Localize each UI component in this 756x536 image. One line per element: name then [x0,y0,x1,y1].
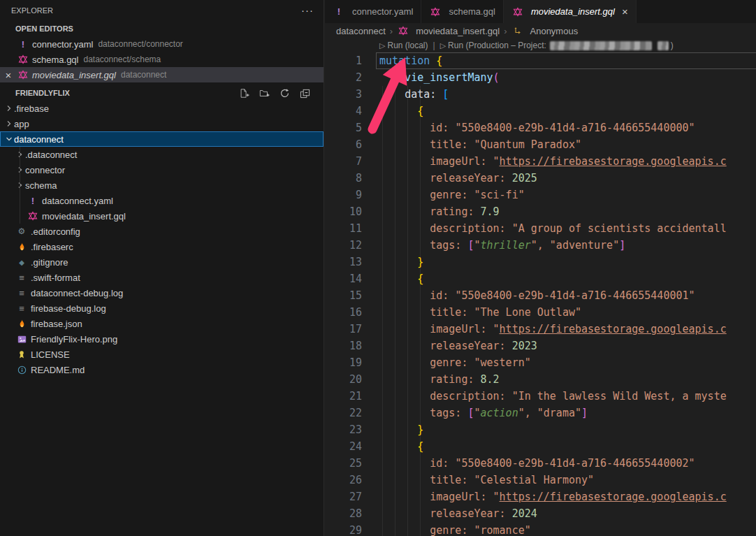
code-line[interactable]: 16 title: "The Lone Outlaw" [325,304,756,321]
open-editor-item[interactable]: ×moviedata_insert.gqldataconnect [0,67,324,82]
code-area[interactable]: 1mutation {2 movie_insertMany(3 data: [4… [325,52,756,536]
code-line[interactable]: 28 releaseYear: 2024 [325,505,756,522]
code-token [506,390,512,403]
info-glyph [21,368,22,368]
code-line[interactable]: 11 description: "A group of scientists a… [325,220,756,237]
code-line[interactable]: 8 releaseYear: 2025 [325,170,756,187]
tree-item-label: dataconnect.yaml [42,196,113,206]
code-line[interactable]: 5 id: "550e8400-e29b-41d4-a716-446655440… [325,119,756,136]
code-line[interactable]: 2 movie_insertMany( [325,69,756,86]
code-token [379,155,430,168]
code-token: "Quantum Paradox" [474,138,581,151]
code-line-content: id: "550e8400-e29b-41d4-a716-44665544000… [379,119,695,136]
tab-label: connector.yaml [352,6,413,17]
run-production-link[interactable]: ▷Run (Production – Project: [440,41,546,50]
code-line[interactable]: 9 genre: "sci-fi" [325,187,756,203]
open-editor-item[interactable]: !connector.yamldataconnect/connector [0,36,324,52]
flame-glyph [17,319,27,328]
tree-item-label: .firebaserc [31,242,73,252]
tree-item--dataconnect[interactable]: .dataconnect [0,147,324,162]
close-editor-icon[interactable]: × [0,69,17,81]
tab-connector-yaml[interactable]: !connector.yaml [325,0,421,23]
code-line[interactable]: 13 } [325,254,756,270]
code-line[interactable]: 18 releaseYear: 2023 [325,338,756,354]
tree-item--firebaserc[interactable]: .firebaserc [0,239,324,254]
more-actions-icon[interactable]: ··· [301,7,314,14]
new-folder-button[interactable] [258,88,273,99]
tree-item-license[interactable]: LICENSE [0,347,324,362]
refresh-explorer-button[interactable] [278,88,293,99]
open-editors-header[interactable]: OPEN EDITORS [0,21,324,36]
run-local-link[interactable]: ▷Run (local) [379,41,428,50]
tree-item-friendlyflix-hero-png[interactable]: FriendlyFlix-Hero.png [0,331,324,347]
breadcrumb-item-anonymous[interactable]: Anonymous [511,26,579,36]
image-glyph [17,335,27,344]
code-line[interactable]: 6 title: "Quantum Paradox" [325,136,756,153]
open-editor-item[interactable]: schema.gqldataconnect/schema [0,52,324,67]
explorer-toolbar [238,88,324,99]
breadcrumb: dataconnect›moviedata_insert.gql›Anonymo… [325,23,756,38]
code-line[interactable]: 27 imageUrl: "https://firebasestorage.go… [325,488,756,505]
gear-glyph: ⚙ [18,226,26,236]
code-token: imageUrl: [430,155,486,168]
chevron-down-icon [4,136,14,143]
tree-item--editorconfig[interactable]: ⚙.editorconfig [0,224,324,239]
breadcrumb-item-dataconnect[interactable]: dataconnect [336,26,386,36]
breadcrumb-item-moviedata_insert.gql[interactable]: moviedata_insert.gql [397,26,500,36]
code-line[interactable]: 29 genre: "romance" [325,522,756,536]
code-line[interactable]: 1mutation { [325,52,756,69]
line-number: 11 [325,220,362,237]
tree-item--firebase[interactable]: .firebase [0,101,324,116]
project-section-header[interactable]: FRIENDLYFLIX [0,85,324,101]
graphql-glyph [18,55,28,64]
tree-item-moviedata-insert-gql[interactable]: moviedata_insert.gql [0,208,324,224]
collapse-folders-button[interactable] [298,88,314,99]
graphql-icon [397,26,409,36]
tree-item-schema[interactable]: schema [0,178,324,193]
code-line[interactable]: 25 id: "550e8400-e29b-41d4-a716-44665544… [325,455,756,472]
info-glyph [21,369,22,371]
code-line[interactable]: 22 tags: ["action", "drama"] [325,405,756,421]
code-line[interactable]: 17 imageUrl: "https://firebasestorage.go… [325,321,756,338]
code-line-content: rating: 7.9 [379,203,500,220]
tree-item-dataconnect-debug-log[interactable]: ≡dataconnect-debug.log [0,285,324,300]
tree-item-connector[interactable]: connector [0,162,324,178]
code-line[interactable]: 15 id: "550e8400-e29b-41d4-a716-44665544… [325,287,756,304]
code-line[interactable]: 21 description: "In the lawless Wild Wes… [325,388,756,405]
chevron-right-icon [15,151,25,158]
code-line[interactable]: 26 title: "Celestial Harmony" [325,472,756,488]
new-file-glyph [246,94,249,96]
code-token [379,423,417,436]
code-line[interactable]: 24 { [325,438,756,455]
tree-item--gitignore[interactable]: ◆.gitignore [0,254,324,270]
code-line[interactable]: 23 } [325,421,756,438]
tree-item-dataconnect-yaml[interactable]: !dataconnect.yaml [0,193,324,208]
code-token: { [436,55,442,67]
tab-moviedata-insert-gql[interactable]: moviedata_insert.gql× [504,0,637,23]
tree-item-readme-md[interactable]: README.md [0,362,324,377]
new-folder-glyph [260,90,267,96]
chevron-right-icon [4,120,14,127]
code-line[interactable]: 20 rating: 8.2 [325,371,756,388]
code-token [506,340,512,352]
code-line[interactable]: 7 imageUrl: "https://firebasestorage.goo… [325,153,756,170]
tree-item-firebase-json[interactable]: firebase.json [0,316,324,331]
code-line[interactable]: 4 { [325,103,756,119]
tree-item--swift-format[interactable]: ≡.swift-format [0,270,324,285]
code-token: rating: [430,205,474,218]
tree-item-firebase-debug-log[interactable]: ≡firebase-debug.log [0,300,324,316]
close-tab-icon[interactable]: × [622,6,628,17]
tree-item-dataconnect[interactable]: dataconnect [0,131,324,147]
code-line[interactable]: 10 rating: 7.9 [325,203,756,220]
code-token [379,205,430,218]
code-line[interactable]: 14 { [325,270,756,287]
tab-schema-gql[interactable]: schema.gql [421,0,503,23]
codelens-label: Run (Production – Project: [448,41,546,50]
code-line[interactable]: 12 tags: ["thriller", "adventure"] [325,237,756,254]
code-line[interactable]: 3 data: [ [325,86,756,103]
code-token [379,524,430,536]
tree-item-app[interactable]: app [0,116,324,131]
code-line[interactable]: 19 genre: "western" [325,354,756,371]
code-line-content: tags: ["action", "drama"] [379,405,588,421]
new-file-button[interactable] [238,88,253,99]
